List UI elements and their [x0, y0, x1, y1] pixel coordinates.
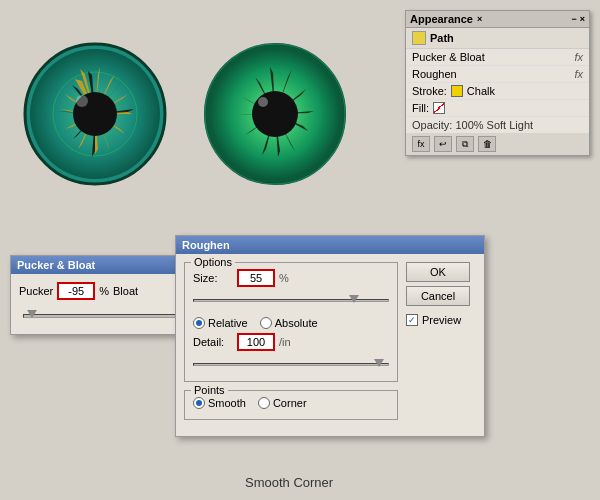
relative-radio-outer — [193, 317, 205, 329]
pucker-label: Pucker — [19, 285, 53, 297]
relative-absolute-row: Relative Absolute — [193, 317, 389, 329]
relative-label: Relative — [208, 317, 248, 329]
size-slider[interactable] — [193, 293, 389, 311]
panel-title: Appearance × — [410, 13, 482, 25]
panel-footer: fx ↩ ⧉ 🗑 — [406, 133, 589, 155]
eye-2 — [200, 39, 350, 191]
path-label: Path — [430, 32, 454, 44]
opacity-label: Opacity: 100% Soft Light — [412, 119, 533, 131]
roughen-titlebar: Roughen — [176, 236, 484, 254]
size-row: Size: 55 % — [193, 269, 389, 287]
preview-row: ✓ Preview — [406, 314, 476, 326]
svg-point-43 — [258, 97, 268, 107]
close-icon[interactable]: × — [580, 14, 585, 24]
pucker-bloat-label: Pucker & Bloat — [412, 51, 485, 63]
pucker-value[interactable]: -95 — [57, 282, 95, 300]
points-group-label: Points — [191, 384, 228, 396]
svg-point-25 — [76, 95, 88, 107]
fx-badge-1: fx — [574, 51, 583, 63]
stroke-swatch[interactable] — [451, 85, 463, 97]
add-item-button[interactable]: ↩ — [434, 136, 452, 152]
panel-title-text: Appearance — [410, 13, 473, 25]
pucker-row: Pucker -95 % Bloat — [19, 282, 201, 300]
smooth-label: Smooth — [208, 397, 246, 409]
ok-button[interactable]: OK — [406, 262, 470, 282]
size-unit: % — [279, 272, 289, 284]
pucker-slider-track[interactable] — [23, 306, 197, 326]
delete-button[interactable]: 🗑 — [478, 136, 496, 152]
size-label: Size: — [193, 272, 233, 284]
fill-row: Fill: — [406, 100, 589, 117]
smooth-corner-row: Smooth Corner — [193, 397, 389, 409]
absolute-radio[interactable]: Absolute — [260, 317, 318, 329]
detail-label: Detail: — [193, 336, 233, 348]
smooth-radio[interactable]: Smooth — [193, 397, 246, 409]
cancel-button[interactable]: Cancel — [406, 286, 470, 306]
smooth-radio-inner — [196, 400, 202, 406]
minimize-icon[interactable]: − — [571, 14, 576, 24]
bloat-label: Bloat — [113, 285, 138, 297]
detail-unit: /in — [279, 336, 291, 348]
options-group-label: Options — [191, 256, 235, 268]
stroke-value: Chalk — [467, 85, 495, 97]
relative-radio[interactable]: Relative — [193, 317, 248, 329]
roughen-left: Options Size: 55 % Relative — [184, 262, 398, 428]
pucker-bloat-row[interactable]: Pucker & Bloat fx — [406, 49, 589, 66]
corner-label: Corner — [273, 397, 307, 409]
roughen-row[interactable]: Roughen fx — [406, 66, 589, 83]
options-group: Options Size: 55 % Relative — [184, 262, 398, 382]
detail-row: Detail: 100 /in — [193, 333, 389, 351]
pucker-percent: % — [99, 285, 109, 297]
eye-1 — [20, 39, 170, 191]
opacity-row: Opacity: 100% Soft Light — [406, 117, 589, 133]
corner-radio[interactable]: Corner — [258, 397, 307, 409]
fx-badge-2: fx — [574, 68, 583, 80]
panel-close-x: × — [477, 14, 482, 24]
appearance-panel: Appearance × − × Path Pucker & Bloat fx … — [405, 10, 590, 156]
pucker-title: Pucker & Bloat — [17, 259, 95, 271]
stroke-row: Stroke: Chalk — [406, 83, 589, 100]
roughen-right: OK Cancel ✓ Preview — [406, 262, 476, 428]
absolute-radio-outer — [260, 317, 272, 329]
panel-path-header: Path — [406, 28, 589, 49]
panel-titlebar: Appearance × − × — [406, 11, 589, 28]
smooth-corner-area: Smooth Corner — [245, 475, 333, 490]
roughen-dialog: Roughen Options Size: 55 % — [175, 235, 485, 437]
path-icon — [412, 31, 426, 45]
relative-radio-inner — [196, 320, 202, 326]
preview-checkbox[interactable]: ✓ — [406, 314, 418, 326]
corner-radio-outer — [258, 397, 270, 409]
stroke-label: Stroke: — [412, 85, 447, 97]
svg-point-42 — [252, 91, 298, 137]
size-value[interactable]: 55 — [237, 269, 275, 287]
roughen-body: Options Size: 55 % Relative — [176, 254, 484, 436]
roughen-title: Roughen — [182, 239, 230, 251]
preview-label: Preview — [422, 314, 461, 326]
points-group: Points Smooth Corner — [184, 390, 398, 420]
absolute-label: Absolute — [275, 317, 318, 329]
detail-slider[interactable] — [193, 357, 389, 375]
fx-button[interactable]: fx — [412, 136, 430, 152]
duplicate-button[interactable]: ⧉ — [456, 136, 474, 152]
smooth-corner-text: Smooth Corner — [245, 475, 333, 490]
roughen-label: Roughen — [412, 68, 457, 80]
fill-swatch[interactable] — [433, 102, 445, 114]
smooth-radio-outer — [193, 397, 205, 409]
fill-label: Fill: — [412, 102, 429, 114]
detail-value[interactable]: 100 — [237, 333, 275, 351]
